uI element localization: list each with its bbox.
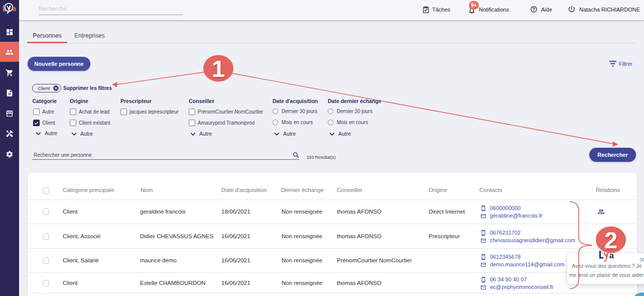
- svg-text:a: a: [12, 5, 16, 13]
